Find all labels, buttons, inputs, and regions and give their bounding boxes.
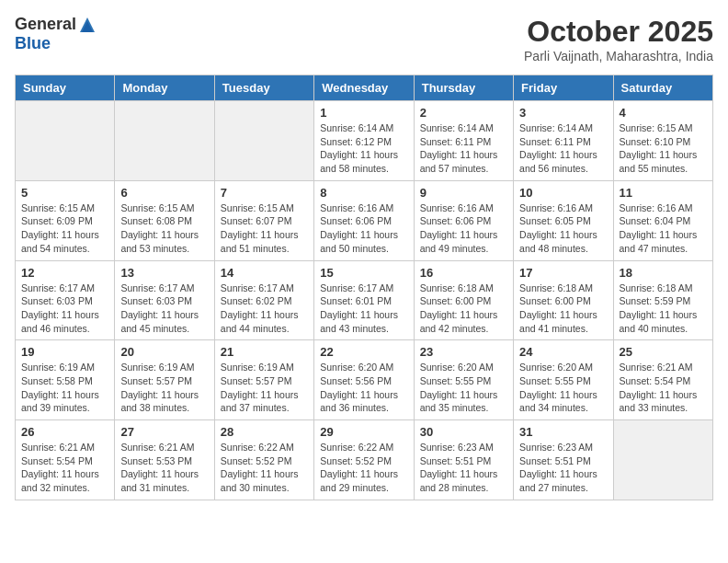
day-number: 9 — [420, 186, 507, 200]
table-row: 1Sunrise: 6:14 AM Sunset: 6:12 PM Daylig… — [314, 101, 414, 181]
day-info: Sunrise: 6:22 AM Sunset: 5:52 PM Dayligh… — [320, 441, 407, 495]
day-info: Sunrise: 6:15 AM Sunset: 6:10 PM Dayligh… — [620, 121, 707, 176]
day-number: 27 — [120, 425, 208, 439]
table-row: 12Sunrise: 6:17 AM Sunset: 6:03 PM Dayli… — [16, 260, 115, 340]
header-saturday: Saturday — [613, 75, 712, 101]
day-number: 19 — [21, 345, 108, 359]
day-info: Sunrise: 6:20 AM Sunset: 5:55 PM Dayligh… — [420, 361, 507, 415]
table-row: 30Sunrise: 6:23 AM Sunset: 5:51 PM Dayli… — [414, 420, 513, 500]
table-row: 18Sunrise: 6:18 AM Sunset: 5:59 PM Dayli… — [613, 260, 712, 340]
table-row: 24Sunrise: 6:20 AM Sunset: 5:55 PM Dayli… — [514, 340, 613, 420]
day-number: 10 — [519, 186, 607, 200]
day-info: Sunrise: 6:15 AM Sunset: 6:07 PM Dayligh… — [221, 201, 308, 256]
logo-icon — [78, 16, 97, 34]
day-info: Sunrise: 6:16 AM Sunset: 6:06 PM Dayligh… — [320, 201, 407, 256]
day-info: Sunrise: 6:23 AM Sunset: 5:51 PM Dayligh… — [519, 441, 607, 495]
day-info: Sunrise: 6:20 AM Sunset: 5:55 PM Dayligh… — [519, 361, 607, 415]
day-number: 15 — [320, 266, 407, 280]
day-number: 11 — [620, 186, 707, 200]
day-number: 17 — [519, 266, 607, 280]
day-number: 25 — [620, 345, 707, 359]
day-info: Sunrise: 6:19 AM Sunset: 5:57 PM Dayligh… — [120, 361, 208, 415]
day-info: Sunrise: 6:17 AM Sunset: 6:03 PM Dayligh… — [120, 282, 208, 336]
day-info: Sunrise: 6:18 AM Sunset: 6:00 PM Dayligh… — [420, 282, 507, 336]
header-sunday: Sunday — [16, 75, 115, 101]
header-thursday: Thursday — [414, 75, 513, 101]
table-row: 17Sunrise: 6:18 AM Sunset: 6:00 PM Dayli… — [514, 260, 613, 340]
day-info: Sunrise: 6:23 AM Sunset: 5:51 PM Dayligh… — [420, 441, 507, 495]
day-number: 13 — [120, 266, 208, 280]
calendar-week-row: 12Sunrise: 6:17 AM Sunset: 6:03 PM Dayli… — [16, 260, 713, 340]
day-info: Sunrise: 6:15 AM Sunset: 6:09 PM Dayligh… — [21, 201, 108, 256]
header-monday: Monday — [115, 75, 214, 101]
day-number: 26 — [21, 425, 108, 439]
day-info: Sunrise: 6:15 AM Sunset: 6:08 PM Dayligh… — [120, 201, 208, 256]
day-info: Sunrise: 6:19 AM Sunset: 5:57 PM Dayligh… — [221, 361, 308, 415]
day-number: 3 — [519, 106, 607, 120]
table-row: 29Sunrise: 6:22 AM Sunset: 5:52 PM Dayli… — [314, 420, 414, 500]
logo-general: General — [15, 15, 76, 34]
day-info: Sunrise: 6:22 AM Sunset: 5:52 PM Dayligh… — [221, 441, 308, 495]
table-row: 26Sunrise: 6:21 AM Sunset: 5:54 PM Dayli… — [16, 420, 115, 500]
table-row: 8Sunrise: 6:16 AM Sunset: 6:06 PM Daylig… — [314, 180, 414, 260]
day-info: Sunrise: 6:18 AM Sunset: 6:00 PM Dayligh… — [519, 282, 607, 336]
table-row: 7Sunrise: 6:15 AM Sunset: 6:07 PM Daylig… — [214, 180, 313, 260]
calendar-week-row: 19Sunrise: 6:19 AM Sunset: 5:58 PM Dayli… — [16, 340, 713, 420]
table-row: 10Sunrise: 6:16 AM Sunset: 6:05 PM Dayli… — [514, 180, 613, 260]
day-number: 16 — [420, 266, 507, 280]
day-info: Sunrise: 6:21 AM Sunset: 5:53 PM Dayligh… — [120, 441, 208, 495]
table-row: 16Sunrise: 6:18 AM Sunset: 6:00 PM Dayli… — [414, 260, 513, 340]
logo-blue: Blue — [15, 34, 51, 53]
table-row — [613, 420, 712, 500]
table-row: 6Sunrise: 6:15 AM Sunset: 6:08 PM Daylig… — [115, 180, 214, 260]
day-info: Sunrise: 6:17 AM Sunset: 6:01 PM Dayligh… — [320, 282, 407, 336]
day-number: 12 — [21, 266, 108, 280]
day-number: 8 — [320, 186, 407, 200]
table-row: 4Sunrise: 6:15 AM Sunset: 6:10 PM Daylig… — [613, 101, 712, 181]
table-row: 20Sunrise: 6:19 AM Sunset: 5:57 PM Dayli… — [115, 340, 214, 420]
table-row: 22Sunrise: 6:20 AM Sunset: 5:56 PM Dayli… — [314, 340, 414, 420]
location: Parli Vaijnath, Maharashtra, India — [524, 49, 713, 63]
day-info: Sunrise: 6:16 AM Sunset: 6:05 PM Dayligh… — [519, 201, 607, 256]
calendar-week-row: 5Sunrise: 6:15 AM Sunset: 6:09 PM Daylig… — [16, 180, 713, 260]
table-row: 31Sunrise: 6:23 AM Sunset: 5:51 PM Dayli… — [514, 420, 613, 500]
table-row: 21Sunrise: 6:19 AM Sunset: 5:57 PM Dayli… — [214, 340, 313, 420]
table-row: 15Sunrise: 6:17 AM Sunset: 6:01 PM Dayli… — [314, 260, 414, 340]
weekday-header-row: Sunday Monday Tuesday Wednesday Thursday… — [16, 75, 713, 101]
day-info: Sunrise: 6:16 AM Sunset: 6:06 PM Dayligh… — [420, 201, 507, 256]
table-row: 5Sunrise: 6:15 AM Sunset: 6:09 PM Daylig… — [16, 180, 115, 260]
table-row: 25Sunrise: 6:21 AM Sunset: 5:54 PM Dayli… — [613, 340, 712, 420]
day-number: 21 — [221, 345, 308, 359]
day-number: 23 — [420, 345, 507, 359]
day-number: 24 — [519, 345, 607, 359]
day-info: Sunrise: 6:14 AM Sunset: 6:11 PM Dayligh… — [420, 121, 507, 176]
table-row: 14Sunrise: 6:17 AM Sunset: 6:02 PM Dayli… — [214, 260, 313, 340]
table-row — [214, 101, 313, 181]
logo: General Blue — [15, 15, 97, 53]
day-info: Sunrise: 6:16 AM Sunset: 6:04 PM Dayligh… — [620, 201, 707, 256]
header-friday: Friday — [514, 75, 613, 101]
calendar-week-row: 1Sunrise: 6:14 AM Sunset: 6:12 PM Daylig… — [16, 101, 713, 181]
table-row — [115, 101, 214, 181]
table-row: 9Sunrise: 6:16 AM Sunset: 6:06 PM Daylig… — [414, 180, 513, 260]
day-info: Sunrise: 6:18 AM Sunset: 5:59 PM Dayligh… — [620, 282, 707, 336]
table-row: 13Sunrise: 6:17 AM Sunset: 6:03 PM Dayli… — [115, 260, 214, 340]
day-number: 14 — [221, 266, 308, 280]
page-header: General Blue October 2025 Parli Vaijnath… — [15, 15, 713, 63]
day-info: Sunrise: 6:19 AM Sunset: 5:58 PM Dayligh… — [21, 361, 108, 415]
day-info: Sunrise: 6:21 AM Sunset: 5:54 PM Dayligh… — [21, 441, 108, 495]
table-row: 3Sunrise: 6:14 AM Sunset: 6:11 PM Daylig… — [514, 101, 613, 181]
day-info: Sunrise: 6:21 AM Sunset: 5:54 PM Dayligh… — [620, 361, 707, 415]
table-row: 23Sunrise: 6:20 AM Sunset: 5:55 PM Dayli… — [414, 340, 513, 420]
month-title: October 2025 — [524, 15, 713, 49]
table-row — [16, 101, 115, 181]
table-row: 2Sunrise: 6:14 AM Sunset: 6:11 PM Daylig… — [414, 101, 513, 181]
table-row: 28Sunrise: 6:22 AM Sunset: 5:52 PM Dayli… — [214, 420, 313, 500]
day-number: 7 — [221, 186, 308, 200]
day-info: Sunrise: 6:20 AM Sunset: 5:56 PM Dayligh… — [320, 361, 407, 415]
day-number: 31 — [519, 425, 607, 439]
calendar: Sunday Monday Tuesday Wednesday Thursday… — [15, 75, 713, 500]
table-row: 11Sunrise: 6:16 AM Sunset: 6:04 PM Dayli… — [613, 180, 712, 260]
day-number: 29 — [320, 425, 407, 439]
day-info: Sunrise: 6:14 AM Sunset: 6:11 PM Dayligh… — [519, 121, 607, 176]
